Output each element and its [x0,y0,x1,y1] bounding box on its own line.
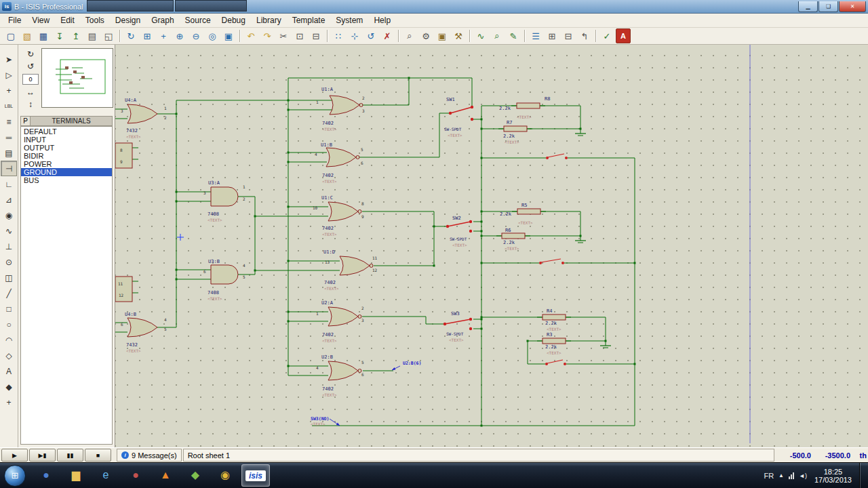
gate-body-U4:B[interactable] [127,318,157,337]
gate-body-U2:A[interactable] [328,307,358,326]
zoom-area-icon[interactable]: ▣ [221,28,236,43]
arc-2d-icon[interactable]: ◠ [1,332,17,348]
menu-source[interactable]: Source [180,14,216,26]
import-section-icon[interactable]: ↧ [52,28,67,43]
clock[interactable]: 18:25 17/03/2013 [814,468,852,484]
editing-canvas[interactable]: U4:A7432<TEXT>312U1:A7402<TEXT>123U1:B74… [115,45,868,447]
electrical-rule-check-icon[interactable]: ✓ [599,28,614,43]
pick-device-button[interactable]: P [20,116,31,126]
schematic[interactable]: U4:A7432<TEXT>312U1:A7402<TEXT>123U1:B74… [115,45,868,447]
mark-output-area-icon[interactable]: ◱ [101,28,116,43]
toggle-grid-icon[interactable]: ⊞ [140,28,155,43]
symbols-2d-icon[interactable]: ◆ [1,379,17,394]
save-design-icon[interactable]: ▦ [36,28,51,43]
design-explorer-icon[interactable]: ☰ [528,28,543,43]
mirror-vertical-button[interactable]: ↕ [24,98,37,110]
device-pins-mode-icon[interactable]: ∟ [1,176,17,192]
paste-icon[interactable]: ⊟ [309,28,323,43]
make-device-icon[interactable]: ⚙ [418,28,433,43]
gate-body-U1:B[interactable] [326,148,356,167]
pause-button[interactable]: ▮▮ [57,449,83,462]
internet-explorer-taskbar-button[interactable]: e [92,464,119,485]
terminals-mode-icon[interactable]: ⊣ [1,161,17,176]
close-button[interactable]: ✕ [839,1,866,12]
rotate-clockwise-button[interactable]: ↻ [24,48,37,60]
gate-body-U1:A[interactable] [330,96,359,115]
net-label[interactable]: U2:B(6) [403,361,421,366]
hidden-icons-button[interactable]: ▲ [778,472,784,479]
virtual-instruments-mode-icon[interactable]: ◫ [1,270,17,285]
search-and-tag-icon[interactable]: ⌕ [490,28,505,43]
terminal-item-bidir[interactable]: BIDIR [21,152,112,160]
resistor-body-R6[interactable] [502,233,525,239]
goto-sheet-icon[interactable]: ↰ [577,28,592,43]
overview-window[interactable] [41,48,113,108]
graph-mode-icon[interactable]: ⊿ [1,192,17,207]
zoom-all-icon[interactable]: ◎ [205,28,220,43]
terminal-item-bus[interactable]: BUS [21,176,112,184]
menu-tools[interactable]: Tools [80,14,110,26]
redo-icon[interactable]: ↷ [260,28,275,43]
menu-help[interactable]: Help [368,14,396,26]
terminal-item-default[interactable]: DEFAULT [21,127,112,136]
print-icon[interactable]: ▤ [85,28,100,43]
menu-file[interactable]: File [3,14,26,26]
resistor-body-R8[interactable] [517,103,540,108]
netlist-to-ares-icon[interactable]: A [616,28,631,43]
wire-label-mode-icon[interactable]: LBL [1,98,17,114]
buses-mode-icon[interactable]: ═ [1,129,17,145]
circle-2d-icon[interactable]: ○ [1,317,17,332]
menu-graph[interactable]: Graph [146,14,179,26]
simulation-log[interactable]: i 9 Message(s) [117,449,182,462]
new-design-icon[interactable]: ▢ [3,28,18,43]
pushbutton-switch[interactable] [548,154,564,157]
menu-edit[interactable]: Edit [55,14,80,26]
language-indicator[interactable]: FR [764,472,774,480]
gate-body-U4:A[interactable] [127,104,157,123]
clipped-gate[interactable] [115,277,132,302]
packaging-tool-icon[interactable]: ▣ [435,28,450,43]
chrome-taskbar-button[interactable]: ◉ [212,464,239,485]
windows-explorer-taskbar-button[interactable]: ▆ [62,464,90,485]
generator-mode-icon[interactable]: ∿ [1,223,17,239]
redraw-display-icon[interactable]: ↻ [123,28,138,43]
menu-design[interactable]: Design [110,14,146,26]
terminal-item-input[interactable]: INPUT [21,136,112,144]
remove-sheet-icon[interactable]: ⊟ [561,28,576,43]
pushbutton-switch[interactable] [541,259,561,262]
terminal-item-power[interactable]: POWER [21,160,112,168]
switch-lever-SW2[interactable] [448,222,471,226]
game-taskbar-button[interactable]: ◆ [182,464,209,485]
component-mode-icon[interactable]: ▷ [1,67,17,83]
menu-system[interactable]: System [330,14,368,26]
mirror-horizontal-button[interactable]: ↔ [24,86,37,98]
zoom-out-icon[interactable]: ⊖ [189,28,203,43]
block-rotate-icon[interactable]: ↺ [363,28,378,43]
network-icon[interactable] [789,472,794,479]
switch-lever-SW1[interactable] [450,107,472,113]
maximize-button[interactable]: ❏ [818,1,838,12]
gate-body-U3:A[interactable] [211,187,238,206]
net-label[interactable]: SW3(NO) [311,416,329,422]
selection-mode-icon[interactable]: ➤ [1,52,17,67]
resistor-body-R3[interactable] [542,338,566,344]
rotate-anticlockwise-button[interactable]: ↺ [24,60,37,73]
tape-recorder-mode-icon[interactable]: ◉ [1,207,17,223]
cut-icon[interactable]: ✂ [276,28,291,43]
resistor-body-R5[interactable] [517,209,540,214]
undo-icon[interactable]: ↶ [243,28,258,43]
line-2d-icon[interactable]: ╱ [1,285,17,301]
pick-parts-icon[interactable]: ⌕ [402,28,417,43]
text-2d-icon[interactable]: A [1,363,17,379]
gate-body-U1:D[interactable] [340,256,370,275]
menu-template[interactable]: Template [287,14,331,26]
menu-view[interactable]: View [26,14,55,26]
gate-body-U1:C[interactable] [328,202,358,221]
box-2d-icon[interactable]: □ [1,301,17,317]
show-desktop-button[interactable] [859,463,867,488]
copy-icon[interactable]: ⊡ [292,28,307,43]
export-section-icon[interactable]: ↥ [68,28,83,43]
media-player-taskbar-button[interactable]: ● [122,464,149,485]
volume-icon[interactable]: ◄) [799,472,807,479]
terminal-item-output[interactable]: OUTPUT [21,144,112,152]
